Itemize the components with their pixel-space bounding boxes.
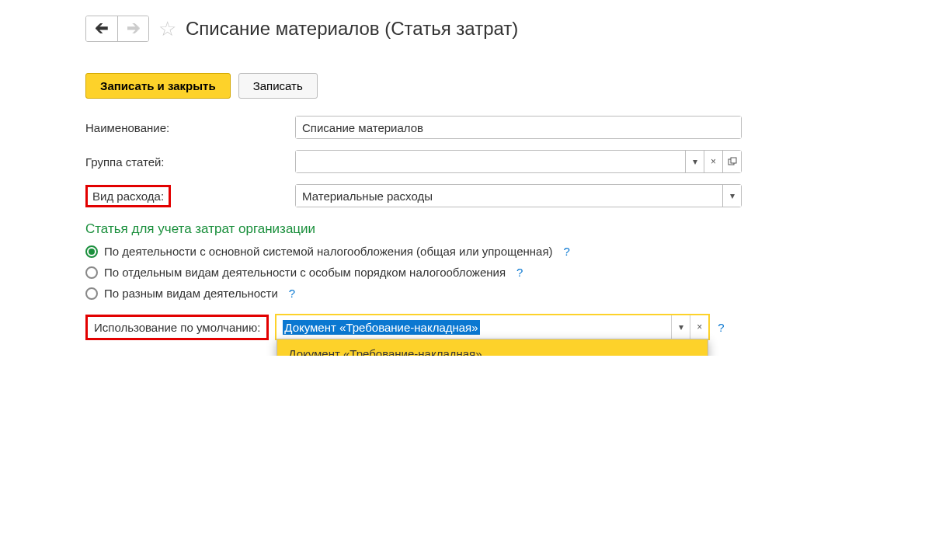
dropdown-item[interactable]: Документ «Требование-накладная» (277, 339, 708, 356)
header-row: 🡰 🡲 ☆ Списание материалов (Статья затрат… (85, 16, 847, 42)
page-title: Списание материалов (Статья затрат) (186, 18, 518, 40)
nav-group: 🡰 🡲 (85, 16, 149, 42)
radio-row-0[interactable]: По деятельности с основной системой нало… (85, 245, 847, 258)
favorite-star-icon[interactable]: ☆ (158, 17, 176, 41)
radio-icon[interactable] (85, 287, 98, 300)
open-icon[interactable] (722, 151, 741, 172)
row-group: Группа статей: ▾ × (85, 150, 847, 173)
radio-icon[interactable] (85, 245, 98, 258)
input-default-usage[interactable]: Документ «Требование-накладная» ▾ × Доку… (275, 314, 710, 340)
label-name: Наименование: (85, 121, 295, 134)
help-icon[interactable]: ? (516, 266, 523, 279)
input-expense-type[interactable]: Материальные расходы ▾ (295, 184, 742, 207)
row-expense-type: Вид расхода: Материальные расходы ▾ (85, 184, 847, 207)
input-group[interactable]: ▾ × (295, 150, 742, 173)
label-expense-type-highlight: Вид расхода: (85, 185, 171, 207)
help-icon[interactable]: ? (564, 245, 570, 258)
dropdown-icon[interactable]: ▾ (722, 185, 741, 207)
nav-forward-button: 🡲 (117, 16, 148, 41)
radio-icon[interactable] (85, 266, 98, 279)
section-title: Статья для учета затрат организации (85, 221, 847, 237)
row-default-usage: Использование по умолчанию: Документ «Тр… (85, 314, 847, 340)
help-icon[interactable]: ? (289, 287, 295, 300)
nav-back-button[interactable]: 🡰 (86, 16, 117, 41)
selected-value: Документ «Требование-накладная» (283, 320, 479, 335)
toolbar: Записать и закрыть Записать (85, 73, 847, 99)
radio-label: По разным видам деятельности (104, 287, 278, 300)
radio-row-1[interactable]: По отдельным видам деятельности с особым… (85, 266, 847, 279)
label-expense-type: Вид расхода: (85, 185, 295, 207)
input-name[interactable]: Списание материалов (295, 116, 742, 139)
save-and-close-button[interactable]: Записать и закрыть (85, 73, 231, 99)
radio-label: По отдельным видам деятельности с особым… (104, 266, 506, 279)
radio-row-2[interactable]: По разным видам деятельности ? (85, 287, 847, 300)
dropdown-list: Документ «Требование-накладная» Документ… (276, 339, 708, 356)
svg-rect-1 (731, 158, 736, 163)
input-default-usage-value[interactable]: Документ «Требование-накладная» (276, 315, 671, 339)
label-default-usage: Использование по умолчанию: (85, 315, 269, 340)
input-expense-type-value[interactable]: Материальные расходы (296, 185, 722, 207)
help-icon[interactable]: ? (718, 321, 724, 334)
save-button[interactable]: Записать (238, 73, 318, 99)
input-name-value[interactable]: Списание материалов (296, 117, 741, 138)
clear-icon[interactable]: × (690, 315, 708, 339)
dropdown-icon[interactable]: ▾ (685, 151, 704, 172)
radio-label: По деятельности с основной системой нало… (104, 245, 553, 258)
input-group-value[interactable] (296, 151, 685, 172)
row-name: Наименование: Списание материалов (85, 116, 847, 139)
label-group: Группа статей: (85, 155, 295, 169)
dropdown-icon[interactable]: ▾ (671, 315, 690, 339)
clear-icon[interactable]: × (704, 151, 722, 172)
